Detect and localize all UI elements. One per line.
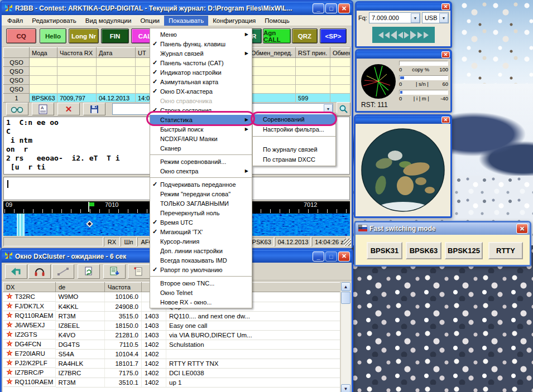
menu-item[interactable]: ✓ Окно DX-кластера ▶ bbox=[150, 86, 252, 96]
log-header-rst[interactable]: RST прин. bbox=[296, 48, 330, 58]
log-cell-date[interactable] bbox=[97, 58, 136, 67]
step-left-icon[interactable] bbox=[385, 32, 390, 38]
log-cell-mode[interactable] bbox=[30, 85, 57, 94]
dx-close-button[interactable]: ✕ bbox=[338, 251, 350, 262]
log-cell-freq[interactable] bbox=[57, 76, 97, 85]
log-cell-freq[interactable] bbox=[57, 58, 97, 67]
menu-bar-item[interactable]: Редактировать bbox=[27, 16, 80, 26]
dx-cell-spotter[interactable]: IZ7BRC bbox=[56, 368, 105, 378]
log-cell-rst[interactable] bbox=[296, 67, 330, 76]
tuning-step-pad[interactable] bbox=[372, 27, 435, 43]
menu-item[interactable]: ✓ ▶ bbox=[150, 274, 252, 278]
dx-save-list-button[interactable] bbox=[103, 264, 126, 279]
macro-button[interactable]: Long Nr bbox=[69, 28, 99, 43]
dx-cell-utc[interactable]: 1402 bbox=[142, 368, 166, 378]
menu-item[interactable]: ✓ Новое RX - окно... ▶ bbox=[150, 297, 252, 307]
menu-item[interactable]: ✓ NCDXF/IARU Маяки ▶ bbox=[150, 134, 252, 143]
dx-cell-spotter[interactable]: W9MO bbox=[56, 292, 105, 302]
dx-cell-utc[interactable]: 1402 bbox=[142, 340, 166, 349]
log-cell-exch-sent[interactable] bbox=[249, 58, 296, 67]
dx-header-freq[interactable]: Частота bbox=[105, 283, 142, 292]
map-title-bar[interactable]: ✕ bbox=[356, 116, 450, 124]
scrollbar-thumb[interactable] bbox=[341, 292, 350, 304]
menu-item[interactable]: ✓ Подчеркивать переданное ▶ bbox=[150, 180, 252, 189]
dx-scrollbar[interactable]: ▲ ▼ bbox=[341, 282, 350, 392]
dx-cell-utc[interactable]: 1402 bbox=[142, 378, 166, 387]
log-cell-exch[interactable] bbox=[330, 94, 350, 103]
log-cell-freq[interactable] bbox=[57, 85, 97, 94]
log-cell-rst[interactable] bbox=[296, 85, 330, 94]
dx-cell-utc[interactable]: 1402 bbox=[142, 349, 166, 359]
step-left-icon[interactable] bbox=[378, 32, 383, 38]
indicator-close-button[interactable]: ✕ bbox=[441, 51, 450, 58]
fq-close-button[interactable]: ✕ bbox=[441, 3, 450, 10]
dx-cell-callsign[interactable]: IZ2GTS bbox=[3, 330, 56, 340]
macro-button[interactable]: Agn CALL bbox=[263, 28, 291, 43]
tuning-flag-marker[interactable] bbox=[88, 202, 95, 212]
step-left-icon[interactable] bbox=[398, 32, 403, 38]
menu-item[interactable]: ✓ Панель частоты (CAT) ▶ bbox=[150, 58, 252, 67]
dx-cell-callsign[interactable]: RQ110RAEM bbox=[3, 311, 56, 321]
dx-cell-comment[interactable]: RQ110.... and next one dw... bbox=[166, 311, 340, 321]
dx-cell-spotter[interactable]: DG4TS bbox=[56, 340, 105, 349]
dx-cell-comment[interactable]: via VIA BURO,DIRECT Um... bbox=[166, 330, 340, 340]
chevron-down-icon[interactable]: ▼ bbox=[411, 13, 420, 23]
log-header-date[interactable]: Дата bbox=[97, 48, 136, 58]
dx-listen-button[interactable] bbox=[28, 264, 51, 279]
dx-cell-frequency[interactable]: 7110.5 bbox=[105, 340, 142, 349]
dx-cell-comment[interactable]: Easy one call bbox=[166, 321, 340, 330]
frequency-combo[interactable]: 7.009.000 ▼ bbox=[369, 12, 420, 23]
macro-button[interactable]: CQ bbox=[6, 28, 36, 43]
log-cell-mode[interactable] bbox=[30, 58, 57, 67]
dx-cell-comment[interactable]: DCI LE0038 bbox=[166, 368, 340, 378]
menu-item[interactable]: ✓ Мигающий 'TX' ▶ bbox=[150, 227, 252, 236]
log-cell-exch-sent[interactable] bbox=[249, 94, 296, 103]
log-header-exch[interactable]: Обмен_ bbox=[330, 48, 350, 58]
dx-cell-callsign[interactable]: IZ7BRC/P bbox=[3, 368, 56, 378]
chevron-down-icon[interactable]: ▼ bbox=[439, 13, 448, 23]
log-header-exch-sent[interactable]: Обмен_перед. bbox=[249, 48, 296, 58]
scroll-down-icon[interactable]: ▼ bbox=[341, 384, 350, 392]
delete-button[interactable]: ✕ bbox=[57, 103, 80, 115]
menu-item[interactable]: ✓ Доп. линии настройки ▶ bbox=[150, 246, 252, 255]
maximize-button[interactable]: □ bbox=[325, 3, 337, 13]
dx-cell-spotter[interactable]: RT3M bbox=[56, 378, 105, 387]
dx-spot-row[interactable]: DG4FCN DG4TS 7110.5 1402 Schulstation bbox=[3, 340, 340, 349]
dx-cell-comment[interactable] bbox=[166, 349, 340, 359]
log-cell-freq[interactable]: 7009,797 bbox=[57, 94, 97, 103]
log-cell-exch[interactable] bbox=[330, 76, 350, 85]
submenu-item[interactable]: ✓ ▶ bbox=[253, 134, 335, 144]
log-cell-freq[interactable] bbox=[57, 67, 97, 76]
dx-cell-utc[interactable]: 1403 bbox=[142, 311, 166, 321]
dx-cell-callsign[interactable]: FJ/DK7LX bbox=[3, 302, 56, 311]
menu-item[interactable]: ✓ ТОЛЬКО ЗАГЛАВНЫМИ ▶ bbox=[150, 199, 252, 208]
dx-cell-frequency[interactable]: 10104.4 bbox=[105, 349, 142, 359]
menu-bar-item[interactable]: Файл bbox=[3, 16, 27, 26]
dx-refresh-button[interactable] bbox=[78, 264, 100, 279]
dx-back-button[interactable] bbox=[5, 264, 27, 279]
dx-cell-callsign[interactable]: E720IARU bbox=[3, 349, 56, 359]
dx-cell-frequency[interactable]: 7175.0 bbox=[105, 368, 142, 378]
submenu-item[interactable]: ✓ По странам DXCC ▶ bbox=[253, 154, 335, 164]
log-cell-date[interactable] bbox=[97, 85, 136, 94]
preview-button[interactable]: A bbox=[32, 103, 54, 115]
view-glasses-button[interactable] bbox=[6, 103, 28, 115]
dx-cell-comment[interactable]: RTTY RTTY TNX bbox=[166, 359, 340, 368]
status-shp-panel[interactable]: Шп bbox=[121, 237, 137, 246]
menu-bar-item[interactable]: Помощь bbox=[260, 16, 294, 26]
dx-new-spot-button[interactable]: * bbox=[128, 264, 150, 279]
menu-item[interactable]: ✓ Индикатор настройки ▶ bbox=[150, 67, 252, 77]
log-cell-date[interactable] bbox=[97, 67, 136, 76]
dx-cell-spotter[interactable]: S54A bbox=[56, 349, 105, 359]
menu-item[interactable]: ✓ Окно Telnet ▶ bbox=[150, 288, 252, 297]
menu-item[interactable]: ✓ Окно спектра ▶ bbox=[150, 166, 252, 176]
log-header-mode[interactable]: Мода bbox=[30, 48, 57, 58]
dx-spot-row[interactable]: E720IARU S54A 10104.4 1402 bbox=[3, 349, 340, 359]
scroll-up-icon[interactable]: ▲ bbox=[341, 282, 350, 291]
azimuthal-globe[interactable] bbox=[361, 128, 445, 215]
menu-item[interactable]: ✓ ▶ bbox=[150, 153, 252, 157]
dx-header-de[interactable]: de bbox=[56, 283, 105, 292]
menu-item[interactable]: ✓ Время UTC ▶ bbox=[150, 217, 252, 227]
dx-cell-frequency[interactable]: 3510.1 bbox=[105, 378, 142, 387]
menu-bar-item[interactable]: Показывать bbox=[164, 16, 208, 26]
